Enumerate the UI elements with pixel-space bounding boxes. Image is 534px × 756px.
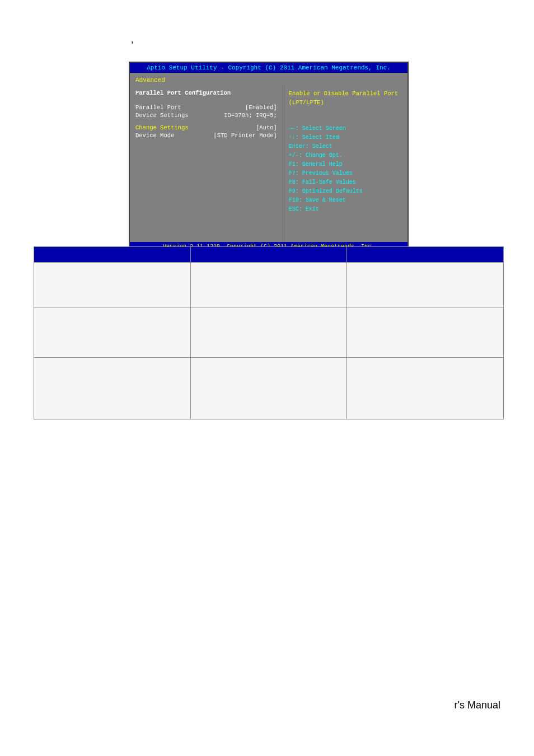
bios-tab-row: Advanced [130, 73, 407, 85]
bios-label-device-mode: Device Mode [135, 132, 174, 139]
bios-help-text: Enable or Disable Parallel Port (LPT/LPT… [289, 90, 402, 108]
bios-key-f9: F9: Optimized Defaults [289, 187, 402, 196]
bios-label-change-settings: Change Settings [135, 124, 189, 131]
bios-screenshot: Aptio Setup Utility - Copyright (C) 2011… [129, 62, 409, 253]
table-cell [347, 263, 504, 307]
bios-label-device-settings: Device Settings [135, 112, 189, 119]
bios-value-change-settings: [Auto] [256, 124, 277, 131]
bios-key-f7: F7: Previous Values [289, 169, 402, 178]
bios-right-panel: Enable or Disable Parallel Port (LPT/LPT… [283, 85, 407, 242]
bios-value-device-mode: [STD Printer Mode] [213, 132, 277, 139]
table-cell [190, 307, 347, 358]
bios-value-parallel-port: [Enabled] [245, 104, 277, 111]
table-header-col3 [347, 247, 504, 263]
bios-label-parallel-port: Parallel Port [135, 104, 181, 111]
table-row [34, 307, 504, 358]
bios-key-change-opt: +/-: Change Opt. [289, 151, 402, 160]
table-cell [190, 358, 347, 419]
top-mark: , [131, 35, 133, 45]
info-table [34, 246, 504, 419]
bios-key-f1: F1: General Help [289, 160, 402, 169]
table-row [34, 358, 504, 419]
bios-key-select-screen: →←: Select Screen [289, 124, 402, 133]
bios-tab-advanced[interactable]: Advanced [132, 76, 168, 84]
table-cell [34, 307, 191, 358]
bios-main: Parallel Port Configuration Parallel Por… [130, 85, 407, 242]
table-cell [190, 263, 347, 307]
manual-label: r's Manual [455, 699, 500, 711]
bios-section-title: Parallel Port Configuration [135, 90, 277, 96]
table-cell [347, 307, 504, 358]
table-cell [34, 358, 191, 419]
bios-key-esc: ESC: Exit [289, 205, 402, 214]
table-header-col1 [34, 247, 191, 263]
bios-key-f8: F8: Fail-Safe Values [289, 178, 402, 187]
table-cell [34, 263, 191, 307]
page-wrapper: , Aptio Setup Utility - Copyright (C) 20… [0, 0, 534, 756]
table-cell [347, 358, 504, 419]
table-row [34, 263, 504, 307]
table-header-col2 [190, 247, 347, 263]
bios-keys: →←: Select Screen ↑↓: Select Item Enter:… [289, 124, 402, 214]
bios-value-device-settings: IO=378h; IRQ=5; [224, 112, 277, 119]
bios-row-parallel-port: Parallel Port [Enabled] [135, 104, 277, 111]
bios-title-bar: Aptio Setup Utility - Copyright (C) 2011… [130, 63, 407, 73]
bios-row-device-mode: Device Mode [STD Printer Mode] [135, 132, 277, 139]
bios-left-panel: Parallel Port Configuration Parallel Por… [130, 85, 283, 242]
bios-key-f10: F10: Save & Reset [289, 196, 402, 205]
bios-row-change-settings: Change Settings [Auto] [135, 124, 277, 131]
bios-row-device-settings: Device Settings IO=378h; IRQ=5; [135, 112, 277, 119]
bios-key-select-item: ↑↓: Select Item [289, 133, 402, 142]
bios-key-enter: Enter: Select [289, 142, 402, 151]
